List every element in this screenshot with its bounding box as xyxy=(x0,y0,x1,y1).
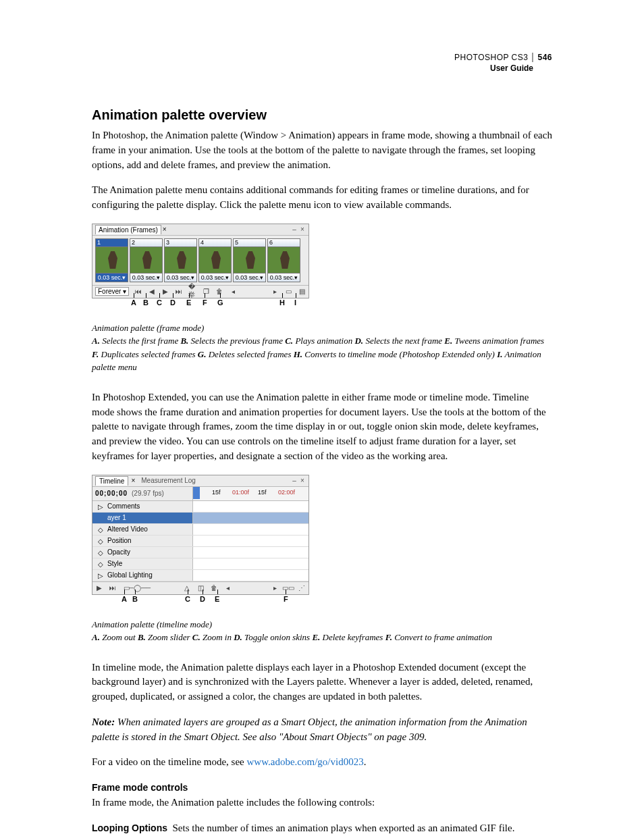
play-icon[interactable]: ▶ xyxy=(161,288,169,296)
close-icon[interactable]: × xyxy=(299,226,306,233)
body-text: In frame mode, the Animation palette inc… xyxy=(92,796,552,810)
playhead-icon[interactable] xyxy=(193,487,200,499)
palette-menu-icon[interactable]: ▤ xyxy=(298,288,306,296)
page-header: PHOTOSHOP CS3546 User Guide xyxy=(92,53,552,74)
animation-frame[interactable]: 10.03 sec.▾ xyxy=(95,238,128,282)
resize-icon: ⋰ xyxy=(298,584,306,592)
video-link[interactable]: www.adobe.com/go/vid0023 xyxy=(247,756,364,767)
animation-frame[interactable]: 20.03 sec.▾ xyxy=(130,238,163,282)
timecode: 00;00;00 xyxy=(95,490,128,497)
animation-palette-timeline-figure: Timeline × Measurement Log –× 00;00;00(2… xyxy=(92,475,309,595)
body-text: The Animation palette menu contains addi… xyxy=(92,183,552,213)
timeline-row[interactable]: ▷Global Lighting xyxy=(92,570,308,581)
animation-frame[interactable]: 40.03 sec.▾ xyxy=(198,238,232,282)
looping-select[interactable]: Forever ▾ xyxy=(95,287,129,296)
close-icon[interactable]: × xyxy=(299,477,306,484)
close-icon[interactable]: × xyxy=(163,226,167,233)
page-title: Animation palette overview xyxy=(92,107,552,123)
scroll-right-icon[interactable]: ▸ xyxy=(271,584,279,592)
prev-frame-icon[interactable]: ◀ xyxy=(148,288,156,296)
duplicate-icon[interactable]: ❐ xyxy=(202,288,210,296)
body-text: For a video on the timeline mode, see ww… xyxy=(92,755,552,770)
fps-label: (29.97 fps) xyxy=(132,490,164,497)
timeline-row[interactable]: ◇Style xyxy=(92,558,308,570)
timeline-mode-icon[interactable]: ▭ xyxy=(284,288,292,296)
palette-tab[interactable]: Animation (Frames) xyxy=(95,225,161,234)
timeline-row[interactable]: ▷Comments xyxy=(92,501,308,513)
figure-callout-labels: A B C D E F xyxy=(92,595,308,614)
close-icon[interactable]: × xyxy=(131,477,135,484)
option-description: Looping Options Sets the number of times… xyxy=(92,821,552,834)
delete-icon[interactable]: 🗑 xyxy=(215,288,223,296)
scroll-left-icon[interactable]: ◂ xyxy=(223,584,232,592)
timeline-row[interactable]: ayer 1 xyxy=(92,513,308,524)
timeline-row[interactable]: ◇Position xyxy=(92,536,308,547)
timeline-row[interactable]: ◇Altered Video xyxy=(92,524,308,536)
animation-frame[interactable]: 60.03 sec.▾ xyxy=(267,238,300,282)
measurement-log-tab[interactable]: Measurement Log xyxy=(138,476,199,485)
body-text: In timeline mode, the Animation palette … xyxy=(92,660,552,704)
timeline-tab[interactable]: Timeline xyxy=(95,476,128,486)
first-frame-icon[interactable]: ⏮ xyxy=(134,288,142,296)
figure-caption: Animation palette (timeline mode) A. Zoo… xyxy=(92,618,552,644)
minimize-icon[interactable]: – xyxy=(291,477,298,484)
animation-frame[interactable]: 50.03 sec.▾ xyxy=(233,238,266,282)
next-frame-icon[interactable]: ⏭ xyxy=(175,288,183,296)
body-text: In Photoshop, the Animation palette (Win… xyxy=(92,128,552,172)
animation-palette-frame-figure: Animation (Frames)× –× 10.03 sec.▾20.03 … xyxy=(92,224,309,298)
play-icon[interactable]: ▶ xyxy=(95,584,103,592)
figure-callout-labels: A B C D E F G H I xyxy=(92,298,308,317)
animation-frame[interactable]: 30.03 sec.▾ xyxy=(164,238,197,282)
scroll-left-icon[interactable]: ◂ xyxy=(229,288,237,296)
subsection-heading: Frame mode controls xyxy=(92,782,552,793)
tween-icon[interactable]: �举 xyxy=(188,288,196,296)
onion-skin-icon[interactable]: ◫ xyxy=(196,584,205,592)
figure-caption: Animation palette (frame mode) A. Select… xyxy=(92,321,552,374)
time-ruler[interactable]: 15f 01:00f 15f 02:00f xyxy=(193,487,308,500)
minimize-icon[interactable]: – xyxy=(291,226,298,233)
note-text: Note: When animated layers are grouped a… xyxy=(92,715,552,745)
next-frame-icon[interactable]: ⏭ xyxy=(109,584,117,592)
timeline-row[interactable]: ◇Opacity xyxy=(92,547,308,558)
scroll-right-icon[interactable]: ▸ xyxy=(271,288,279,296)
body-text: In Photoshop Extended, you can use the A… xyxy=(92,390,552,464)
zoom-slider[interactable]: ─◯── xyxy=(136,584,144,592)
